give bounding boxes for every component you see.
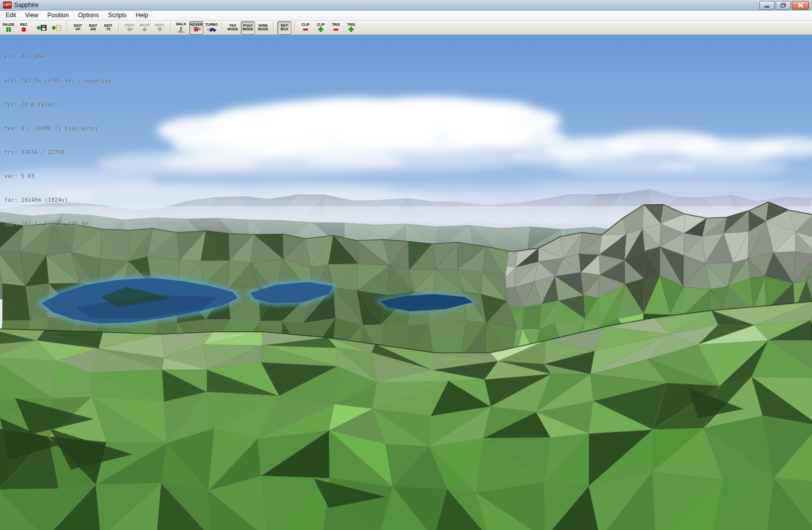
hud-pos: pos: 45, 860	[5, 53, 112, 61]
tris-minus-label: TRIS	[332, 23, 340, 27]
menu-edit[interactable]: Edit	[1, 11, 21, 20]
open-document-icon	[52, 25, 62, 31]
rest-button[interactable]: REST.	[153, 21, 167, 34]
walk-mode-button[interactable]: WALK	[174, 21, 188, 34]
minimize-button[interactable]	[759, 1, 775, 10]
wire-mode-button[interactable]: WIRE MODE	[256, 21, 270, 34]
minus-icon	[303, 27, 308, 32]
hover-mode-button[interactable]: HOVER	[189, 21, 203, 34]
bkup-button[interactable]: BKUP	[138, 21, 152, 34]
backup-arrow-icon	[142, 27, 147, 31]
poly-mode-button[interactable]: POLY MODE	[241, 21, 255, 34]
menu-options[interactable]: Options	[73, 11, 103, 20]
rec-label: REC	[20, 23, 28, 27]
hud-far: far: 10240m (1024v)	[5, 196, 112, 204]
menu-help[interactable]: Help	[131, 11, 153, 20]
restore-button[interactable]	[776, 1, 791, 10]
walk-figure-icon	[178, 27, 185, 32]
hover-label: HOVER	[190, 23, 203, 27]
viewport-3d[interactable]: pos: 45, 860 alt: 702.0m (+705.5m) - hov…	[0, 35, 812, 530]
hud-cur: cur: 162.1, 594.9, 430.4m	[5, 220, 112, 228]
pause-label: PAUSE	[3, 23, 15, 27]
hud-alt: alt: 702.0m (+705.5m) - hovering	[5, 77, 112, 85]
tris-increase-button[interactable]: TRIS	[344, 21, 358, 34]
toolbar-separator	[118, 22, 119, 33]
hud-overlay: pos: 45, 860 alt: 702.0m (+705.5m) - hov…	[5, 37, 112, 244]
undo-label: UNDO	[124, 24, 135, 27]
pause-icon	[6, 27, 11, 32]
window-title: Sapphire	[14, 2, 38, 9]
menu-bar: Edit View Position Options Scripts Help	[0, 11, 812, 21]
edit-tx-button[interactable]: EDIT TX	[101, 21, 115, 34]
edit-am-button[interactable]: EDIT AM	[86, 21, 100, 34]
save-map-button[interactable]	[34, 21, 49, 34]
tex-mode-button[interactable]: TEX MODE	[226, 21, 240, 34]
sky-box-button[interactable]: SKY BOX	[277, 21, 291, 34]
rec-button[interactable]: REC	[17, 21, 31, 34]
menu-position[interactable]: Position	[42, 11, 73, 20]
minus-icon	[333, 27, 338, 32]
restore-backup-label: REST.	[155, 24, 165, 27]
title-bar: L3DT Sapphire	[0, 0, 812, 11]
tris-plus-label: TRIS	[347, 23, 355, 27]
close-icon	[798, 3, 803, 8]
restore-icon	[780, 3, 786, 8]
tris-decrease-button[interactable]: TRIS	[329, 21, 343, 34]
toolbar-separator	[273, 22, 274, 33]
terrain-render-scene	[0, 35, 812, 530]
toolbar-separator	[170, 22, 171, 33]
close-button[interactable]	[792, 1, 809, 10]
clip-increase-button[interactable]: CLIP	[314, 21, 328, 34]
menu-scripts[interactable]: Scripts	[104, 11, 132, 20]
record-icon	[21, 27, 26, 32]
helicopter-icon	[192, 27, 201, 32]
clip-plus-label: CLIP	[317, 23, 325, 27]
undo-button[interactable]: UNDO	[122, 21, 137, 34]
open-project-button[interactable]	[50, 21, 64, 34]
minimize-icon	[764, 3, 770, 8]
bkup-label: BKUP	[140, 24, 150, 27]
restore-arrow-icon	[157, 27, 162, 31]
hud-var: var: 5.03	[5, 172, 112, 181]
hud-tri: tri: 33656 / 32768	[5, 149, 112, 157]
menu-view[interactable]: View	[21, 11, 43, 20]
plus-icon	[318, 27, 323, 32]
clip-minus-label: CLIP	[302, 23, 310, 27]
edit-hf-button[interactable]: EDIT HF	[71, 21, 85, 34]
toolbar: PAUSE REC	[0, 21, 812, 35]
pause-button[interactable]: PAUSE	[2, 21, 16, 34]
hud-fps: fps: 20.0 (47ms)	[5, 101, 112, 109]
hud-tex: tex: 0 / 100MB (1 bias-auto)	[5, 125, 112, 133]
plus-icon	[349, 27, 354, 32]
walk-label: WALK	[176, 23, 187, 26]
clip-decrease-button[interactable]: CLIP	[298, 21, 313, 34]
app-window: L3DT Sapphire Edit View Position Options…	[0, 0, 812, 530]
car-icon	[207, 27, 217, 32]
turbo-label: TURBO	[205, 23, 218, 27]
turbo-mode-button[interactable]: TURBO	[204, 21, 219, 34]
app-icon: L3DT	[3, 2, 12, 9]
toolbar-separator	[222, 22, 223, 33]
undo-arrow-icon	[127, 27, 133, 31]
toolbar-separator	[67, 22, 68, 33]
toolbar-separator	[294, 22, 295, 33]
save-floppy-icon	[37, 25, 47, 31]
